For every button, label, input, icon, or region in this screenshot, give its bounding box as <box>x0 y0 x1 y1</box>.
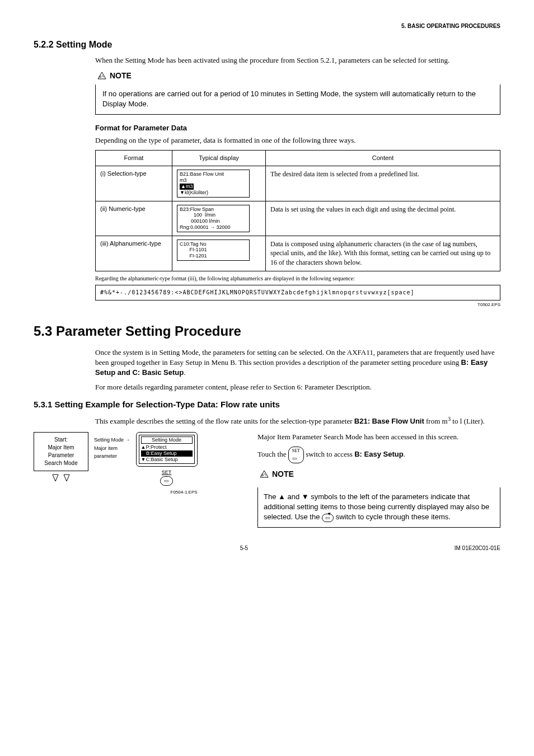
section-5-3-p2: For more details regarding parameter con… <box>95 382 500 392</box>
set-button-icon: ▭ <box>160 476 173 486</box>
cell-content: Data is composed using alphanumeric char… <box>266 236 500 271</box>
eps-label-2: F0504-1.EPS <box>136 489 198 495</box>
set-label: SET <box>136 469 198 476</box>
th-content: Content <box>266 150 500 166</box>
text-span: from m <box>424 417 448 425</box>
cycle-button-icon: ▭▼ <box>322 514 334 522</box>
screen-line-hl: B:Easy Setup <box>141 450 193 457</box>
disp-line: 100 l/min <box>180 212 247 218</box>
arrow-label: Major item <box>94 445 130 452</box>
right-p2: Touch the SET▭ switch to access B: Easy … <box>257 447 500 463</box>
chapter-header: 5. BASIC OPERATING PROCEDURES <box>34 22 500 30</box>
flow-line: Major Item <box>39 444 83 452</box>
screen-box: Setting Mode ▲P:Protect B:Easy Setup ▼C:… <box>136 432 198 467</box>
cell-content: Data is set using the values in each dig… <box>266 201 500 236</box>
arrow-label: Setting Mode <box>94 437 124 443</box>
disp-line: Rng:0.00001 → 32000 <box>180 224 247 231</box>
note-label-text: NOTE <box>110 71 132 82</box>
table-row: (i) Selection-type B21:Base Flow Unit m3… <box>96 166 500 201</box>
note-icon <box>97 72 106 79</box>
table-row: (ii) Numeric-type B23:Flow Span 100 l/mi… <box>96 201 500 236</box>
flow-diagram: Start: Major Item Parameter Search Mode … <box>34 432 246 528</box>
disp-line: B23:Flow Span <box>180 206 247 213</box>
text-bold: B: Easy Setup <box>354 450 403 458</box>
note-label-2: NOTE <box>257 469 294 480</box>
page-number: 5-5 <box>240 544 248 552</box>
table-row: (iii) Alphanumeric-type C10:Tag No FI-11… <box>96 236 500 271</box>
svg-marker-2 <box>53 475 58 481</box>
note-text-2b: switch to cycle through these items. <box>334 513 451 521</box>
text-span: . <box>404 450 405 458</box>
set-button-diagram: SET ▭ <box>136 469 198 485</box>
cell-display: B23:Flow Span 100 l/min 000100 l/min Rng… <box>172 201 266 236</box>
th-format: Format <box>96 150 172 166</box>
section-5-2-2-intro: When the Setting Mode has been activated… <box>95 55 500 65</box>
flow-line: Parameter <box>39 452 83 459</box>
svg-marker-4 <box>260 471 268 477</box>
cell-display: C10:Tag No FI-1101 FI-1201 <box>172 236 266 271</box>
flow-screen-col: Setting Mode ▲P:Protect B:Easy Setup ▼C:… <box>136 432 198 495</box>
flow-start-box: Start: Major Item Parameter Search Mode <box>34 432 88 471</box>
text-bold: B21: Base Flow Unit <box>354 417 424 425</box>
svg-point-5 <box>262 475 264 476</box>
disp-line: FI-1201 <box>180 253 247 259</box>
svg-marker-0 <box>98 72 106 79</box>
disp-line: FI-1101 <box>180 247 247 253</box>
disp-line: m3 <box>180 177 247 184</box>
set-button-inline-icon: SET▭ <box>288 447 304 463</box>
text-span: . <box>184 368 185 377</box>
format-table: Format Typical display Content (i) Selec… <box>95 150 500 271</box>
th-display: Typical display <box>172 150 266 166</box>
disp-line: ▼kl(Kiloliter) <box>180 190 247 196</box>
format-param-intro: Depending on the type of parameter, data… <box>95 135 500 145</box>
svg-marker-3 <box>64 475 69 481</box>
section-5-3-title: 5.3 Parameter Setting Procedure <box>34 322 500 341</box>
cell-format: (iii) Alphanumeric-type <box>96 236 172 271</box>
text-span: to l (Liter). <box>451 417 485 425</box>
disp-line-hl: ▲m3 <box>180 184 194 190</box>
text-span: switch to access <box>304 450 354 458</box>
disp-line: B21:Base Flow Unit <box>180 171 247 177</box>
arrow-label: parameter <box>94 453 130 460</box>
section-5-3-1-intro: This example describes the setting of th… <box>95 415 500 427</box>
right-column: Major Item Parameter Search Mode has bee… <box>257 432 500 528</box>
text-span: This example describes the setting of th… <box>95 417 354 425</box>
cell-content: The desired data item is selected from a… <box>266 166 500 201</box>
cell-display: B21:Base Flow Unit m3 ▲m3 ▼kl(Kiloliter) <box>172 166 266 201</box>
note-icon <box>260 470 269 478</box>
note-label-text: NOTE <box>272 469 294 480</box>
note-block-2: The ▲ and ▼ symbols to the left of the p… <box>257 487 500 528</box>
note-label: NOTE <box>95 71 132 82</box>
svg-point-1 <box>100 76 101 78</box>
note-text-1: If no operations are carried out for a p… <box>102 89 493 109</box>
cell-format: (i) Selection-type <box>96 166 172 201</box>
flow-line: Search Mode <box>39 459 83 467</box>
section-5-3-1-title: 5.3.1 Setting Example for Selection-Type… <box>34 398 500 410</box>
section-5-3-p1: Once the system is in Setting Mode, the … <box>95 348 500 378</box>
screen-line: ▼C:Basic Setup <box>141 457 193 463</box>
disp-line: 000100 l/min <box>180 218 247 224</box>
eps-label-1: T0502.EPS <box>95 302 500 308</box>
seq-box: #%&*+-./0123456789:<>ABCDEFGHIJKLMNOPQRS… <box>95 285 500 300</box>
disp-line: C10:Tag No <box>180 241 247 247</box>
cell-format: (ii) Numeric-type <box>96 201 172 236</box>
format-param-title: Format for Parameter Data <box>95 123 500 133</box>
text-span: Touch the <box>257 450 288 458</box>
seq-note: Regarding the alphanumeric-type format (… <box>95 275 500 283</box>
doc-id: IM 01E20C01-01E <box>455 544 500 552</box>
flow-mid-labels: Setting Mode → Major item parameter <box>94 432 130 460</box>
page-footer: 5-5 IM 01E20C01-01E <box>34 544 500 552</box>
screen-line: ▲P:Protect <box>141 444 193 450</box>
flow-down-arrows <box>34 473 88 487</box>
text-span: Once the system is in Setting Mode, the … <box>95 348 495 367</box>
section-5-2-2-title: 5.2.2 Setting Mode <box>34 39 500 51</box>
note-block-1: If no operations are carried out for a p… <box>95 84 500 114</box>
flow-line: Start: <box>39 436 83 444</box>
screen-title: Setting Mode <box>141 436 193 444</box>
right-p1: Major Item Parameter Search Mode has bee… <box>257 432 500 442</box>
